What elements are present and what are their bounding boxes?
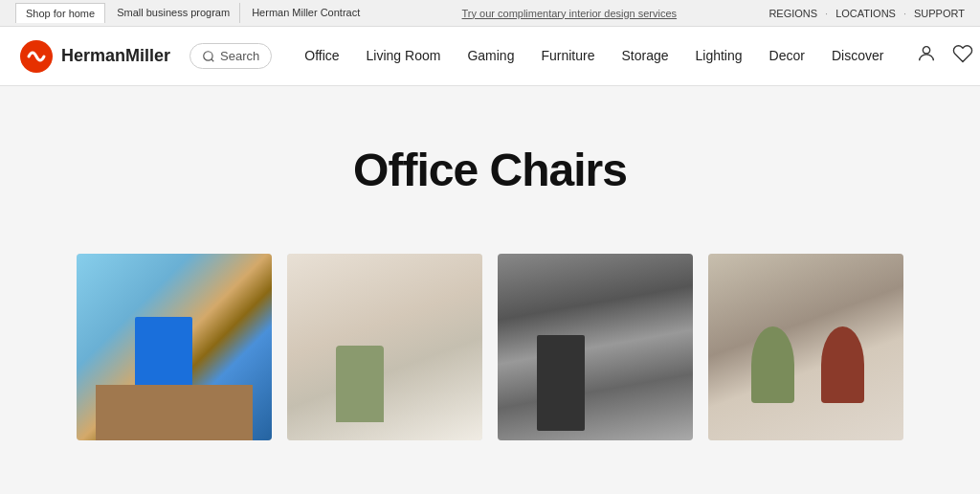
logo[interactable]: HermanMiller — [19, 39, 170, 74]
support-link[interactable]: SUPPORT — [914, 8, 965, 19]
svg-point-3 — [924, 47, 930, 54]
nav-item-lighting[interactable]: Lighting — [682, 27, 756, 86]
nav-item-storage[interactable]: Storage — [608, 27, 681, 86]
nav-item-decor[interactable]: Decor — [756, 27, 818, 86]
product-image-4 — [708, 254, 903, 440]
chair-red — [821, 326, 864, 403]
main-nav: Office Living Room Gaming Furniture Stor… — [291, 27, 897, 86]
nav-item-gaming[interactable]: Gaming — [454, 27, 527, 86]
account-icon[interactable] — [916, 43, 937, 69]
product-image-1 — [77, 254, 272, 440]
logo-icon — [19, 39, 54, 74]
top-bar-link-small-biz[interactable]: Small business program — [107, 3, 240, 23]
svg-point-1 — [204, 51, 212, 59]
product-grid — [0, 235, 980, 479]
nav-item-living-room[interactable]: Living Room — [353, 27, 455, 86]
header: HermanMiller Search Office Living Room G… — [0, 27, 980, 86]
separator-2: · — [903, 8, 906, 19]
header-icons — [916, 43, 980, 69]
search-box[interactable]: Search — [189, 43, 272, 69]
product-image-2 — [287, 254, 482, 440]
search-icon — [202, 50, 215, 63]
product-card-2[interactable] — [287, 254, 482, 440]
promo-link[interactable]: Try our complimentary interior design se… — [462, 8, 678, 19]
logo-text: HermanMiller — [61, 46, 170, 66]
separator-1: · — [825, 8, 828, 19]
nav-item-discover[interactable]: Discover — [818, 27, 897, 86]
product-image-3 — [498, 254, 693, 440]
svg-line-2 — [212, 58, 214, 61]
search-label: Search — [220, 49, 259, 63]
top-bar: Shop for home Small business program Her… — [0, 0, 980, 27]
top-bar-links: Shop for home Small business program Her… — [15, 3, 369, 23]
page-title: Office Chairs — [19, 144, 961, 196]
top-bar-promo: Try our complimentary interior design se… — [462, 8, 678, 19]
top-bar-right: REGIONS · LOCATIONS · SUPPORT — [768, 8, 965, 19]
regions-link[interactable]: REGIONS — [768, 8, 817, 19]
top-bar-link-home[interactable]: Shop for home — [15, 3, 105, 23]
nav-item-office[interactable]: Office — [291, 27, 352, 86]
locations-link[interactable]: LOCATIONS — [835, 8, 896, 19]
top-bar-link-contract[interactable]: Herman Miller Contract — [242, 3, 369, 23]
product-card-3[interactable] — [498, 254, 693, 440]
product-card-1[interactable] — [77, 254, 272, 440]
chair-green — [751, 326, 794, 403]
product-card-4[interactable] — [708, 254, 903, 440]
wishlist-icon[interactable] — [952, 43, 973, 69]
hero-section: Office Chairs — [0, 86, 980, 235]
nav-item-furniture[interactable]: Furniture — [527, 27, 608, 86]
